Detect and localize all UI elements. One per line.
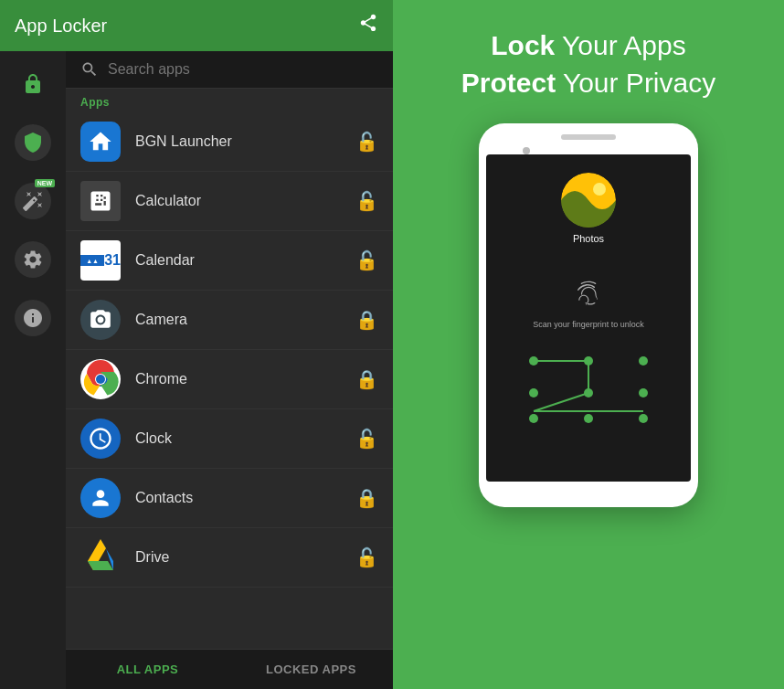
phone-speaker	[561, 134, 616, 140]
app-name-chrome: Chrome	[135, 371, 355, 387]
promo-lock-word: Lock	[491, 30, 555, 60]
svg-point-17	[584, 388, 593, 398]
app-title: App Locker	[15, 16, 107, 37]
promo-your-apps: Your Apps	[562, 30, 686, 60]
drive-icon	[80, 537, 121, 578]
phone-screen: Photos Scan your fingerprint to unlock	[486, 154, 691, 482]
app-name-calendar: Calendar	[135, 252, 355, 269]
svg-point-18	[639, 388, 648, 398]
lock-contacts[interactable]: 🔒	[355, 487, 378, 509]
search-bar	[66, 51, 393, 89]
app-list: BGN Launcher 🔓 Calculator 🔓	[66, 112, 393, 649]
app-item-drive[interactable]: Drive 🔓	[66, 528, 393, 588]
promo-protect-word: Protect	[461, 68, 556, 98]
app-name-drive: Drive	[135, 549, 355, 566]
app-item-calendar[interactable]: ▲▲ 31 Calendar 🔓	[66, 231, 393, 291]
svg-point-16	[529, 388, 538, 398]
search-input[interactable]	[108, 61, 378, 78]
lock-bgn[interactable]: 🔓	[355, 131, 378, 153]
section-label: Apps	[66, 89, 393, 112]
app-item-chrome[interactable]: Chrome 🔒	[66, 350, 393, 409]
new-badge: NEW	[35, 179, 55, 187]
svg-marker-6	[88, 561, 113, 570]
svg-point-3	[96, 375, 105, 384]
fingerprint-label: Scan your fingerprint to unlock	[533, 320, 644, 329]
app-item-calculator[interactable]: Calculator 🔓	[66, 172, 393, 231]
tab-locked-apps[interactable]: LOCKED APPS	[229, 650, 393, 689]
app-name-contacts: Contacts	[135, 490, 355, 506]
pattern-area	[506, 347, 671, 425]
app-item-contacts[interactable]: Contacts 🔒	[66, 469, 393, 528]
phone-container: NEW	[0, 51, 393, 689]
svg-point-20	[584, 414, 593, 423]
side-nav: NEW	[0, 51, 66, 689]
calendar-icon: ▲▲ 31	[80, 240, 121, 281]
promo-your-privacy: Your Privacy	[563, 68, 715, 98]
app-name-clock: Clock	[135, 430, 355, 447]
nav-settings[interactable]	[15, 241, 51, 278]
nav-info[interactable]	[15, 300, 51, 336]
app-name-camera: Camera	[135, 312, 355, 328]
chrome-icon	[80, 359, 121, 399]
right-panel: Lock Your Apps Protect Your Privacy Phot	[393, 0, 784, 689]
phone-camera	[523, 147, 530, 154]
photos-label: Photos	[573, 233, 604, 244]
pattern-svg	[506, 347, 671, 425]
nav-magic[interactable]: NEW	[15, 183, 51, 219]
nav-lock[interactable]	[15, 66, 51, 102]
app-name-calculator: Calculator	[135, 193, 355, 209]
svg-point-14	[584, 356, 593, 366]
svg-point-13	[529, 356, 538, 366]
fingerprint-area: Scan your fingerprint to unlock	[533, 279, 644, 329]
bgn-icon	[80, 122, 121, 162]
lock-camera[interactable]: 🔒	[355, 309, 378, 331]
photos-icon	[561, 173, 616, 228]
nav-shield[interactable]	[15, 124, 51, 161]
svg-point-8	[593, 183, 606, 196]
promo-title: Lock Your Apps Protect Your Privacy	[461, 27, 715, 101]
svg-line-11	[534, 393, 588, 411]
camera-icon	[80, 300, 121, 340]
lock-calendar[interactable]: 🔓	[355, 249, 378, 271]
svg-point-19	[529, 414, 538, 423]
app-name-bgn: BGN Launcher	[135, 133, 355, 150]
lock-drive[interactable]: 🔓	[355, 546, 378, 568]
app-item-bgn[interactable]: BGN Launcher 🔓	[66, 112, 393, 172]
svg-point-15	[639, 356, 648, 366]
search-icon	[80, 60, 99, 79]
left-panel: App Locker NEW	[0, 0, 393, 689]
lock-clock[interactable]: 🔓	[355, 428, 378, 450]
fingerprint-icon	[574, 279, 603, 314]
app-item-camera[interactable]: Camera 🔒	[66, 291, 393, 350]
svg-point-21	[639, 414, 648, 423]
tab-all-apps[interactable]: ALL APPS	[66, 650, 229, 689]
app-list-panel: Apps BGN Launcher 🔓	[66, 51, 393, 689]
phone-mockup: Photos Scan your fingerprint to unlock	[479, 123, 698, 507]
app-item-clock[interactable]: Clock 🔓	[66, 409, 393, 469]
lock-calculator[interactable]: 🔓	[355, 190, 378, 212]
calc-icon	[80, 181, 121, 221]
clock-icon	[80, 419, 121, 459]
share-icon[interactable]	[358, 13, 378, 38]
lock-chrome[interactable]: 🔒	[355, 368, 378, 390]
contacts-icon	[80, 478, 121, 518]
app-header: App Locker	[0, 0, 393, 51]
bottom-tabs: ALL APPS LOCKED APPS	[66, 649, 393, 689]
